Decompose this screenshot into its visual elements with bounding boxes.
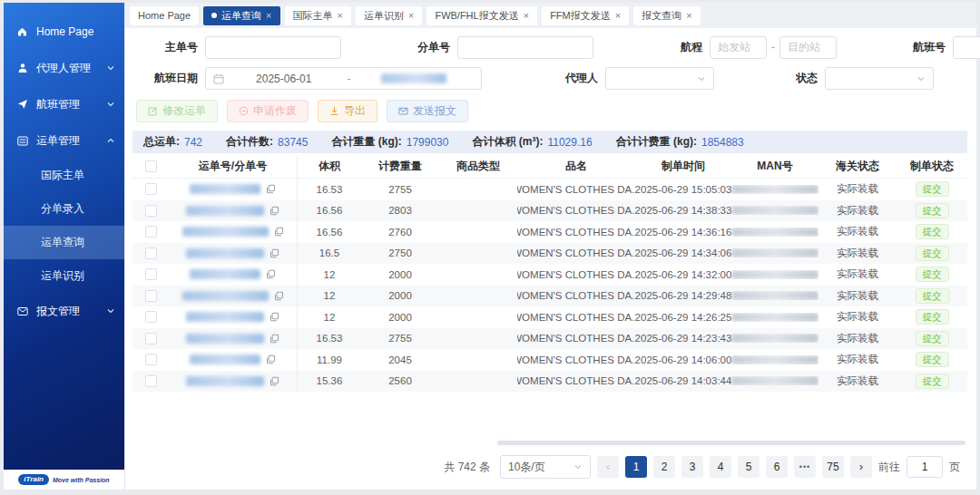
status-badge[interactable]: 提交 [916,352,949,367]
status-badge[interactable]: 提交 [916,288,949,304]
page-button-6[interactable]: 6 [766,456,788,478]
tab-2[interactable]: 国际主单× [285,6,351,25]
row-checkbox[interactable] [145,354,157,365]
man-no-cell [731,376,818,385]
route-from-input[interactable] [710,36,767,59]
create-time-cell: 2025-06-29 14:36:16 [635,227,731,238]
master-no-input[interactable] [205,36,341,59]
pagination: 共 742 条 10条/页 ‹ 123456•••75 › 前往 页 [132,451,967,490]
sidebar-item-waybill-management[interactable]: 运单管理 [4,122,124,159]
sidebar-item-label: 运单管理 [36,133,106,149]
prev-page-button[interactable]: ‹ [597,456,619,478]
row-checkbox[interactable] [145,375,157,387]
table-row[interactable]: 16.532755WOMEN'S CLOTHES DA...2025-06-29… [132,179,967,200]
select-all-checkbox[interactable] [145,160,157,172]
copy-icon[interactable] [270,206,279,216]
table-row[interactable]: 15.362560WOMEN'S CLOTHES DA...2025-06-29… [132,371,967,393]
copy-icon[interactable] [274,227,284,237]
page-size-select[interactable]: 10条/页 [500,455,591,479]
page-button-75[interactable]: 75 [822,456,844,478]
table-row[interactable]: 16.562760WOMEN'S CLOTHES DA...2025-06-29… [132,221,967,243]
row-checkbox[interactable] [145,226,157,238]
copy-icon[interactable] [274,291,284,301]
status-badge[interactable]: 提交 [916,246,949,261]
table-row[interactable]: 16.562803WOMEN'S CLOTHES DA...2025-06-29… [132,200,967,222]
summary-value: 83745 [278,136,308,149]
page-button-2[interactable]: 2 [653,456,675,478]
more-pages-button[interactable]: ••• [794,456,816,478]
copy-icon[interactable] [266,354,276,364]
page-button-4[interactable]: 4 [710,456,731,478]
route-to-input[interactable] [779,36,837,59]
status-badge[interactable]: 提交 [916,309,949,325]
tab-6[interactable]: 报文查询× [633,6,700,25]
page-button-5[interactable]: 5 [738,456,760,478]
status-badge[interactable]: 提交 [916,374,949,389]
tab-5[interactable]: FFM报文发送× [542,6,629,25]
export-button[interactable]: 导出 [318,100,377,122]
row-checkbox[interactable] [145,311,157,323]
copy-icon[interactable] [270,334,279,344]
copy-icon[interactable] [270,248,279,258]
copy-icon[interactable] [266,184,276,194]
jump-page-input[interactable] [906,456,943,478]
table-row[interactable]: 122000WOMEN'S CLOTHES DA...2025-06-29 14… [132,306,967,328]
copy-icon[interactable] [270,376,279,386]
table-row[interactable]: 16.52750WOMEN'S CLOTHES DA...2025-06-29 … [132,243,967,265]
status-select[interactable] [825,67,934,90]
horizontal-scrollbar-thumb[interactable] [497,441,965,445]
row-checkbox[interactable] [145,205,157,217]
customs-status-cell: 实际装载 [818,247,897,260]
sidebar-item-flight-management[interactable]: 航班管理 [4,86,124,122]
row-checkbox[interactable] [145,333,157,345]
house-no-input[interactable] [457,36,593,59]
tab-close-icon[interactable]: × [338,11,343,21]
sidebar-item-waybill-recognition[interactable]: 运单识别 [4,259,124,293]
flight-no-input[interactable] [953,36,980,59]
table-row[interactable]: 122000WOMEN'S CLOTHES DA...2025-06-29 14… [132,264,967,286]
copy-icon[interactable] [266,269,276,279]
tab-close-icon[interactable]: × [266,11,271,21]
row-checkbox[interactable] [145,290,157,302]
status-badge[interactable]: 提交 [916,267,949,282]
row-checkbox[interactable] [145,268,157,280]
tab-close-icon[interactable]: × [408,11,414,21]
page-button-3[interactable]: 3 [681,456,703,478]
page-button-1[interactable]: 1 [625,456,647,478]
sidebar-item-waybill-query[interactable]: 运单查询 [4,226,124,259]
tab-4[interactable]: FWB/FHL报文发送× [426,6,537,25]
tab-0[interactable]: Home Page [130,6,199,25]
summary-label: 总运单: [143,134,180,150]
send-message-button[interactable]: 发送报文 [387,100,468,122]
sidebar-item-house-entry[interactable]: 分单录入 [4,192,124,226]
agent-select[interactable] [605,67,714,90]
sidebar-item-international-master[interactable]: 国际主单 [4,159,124,192]
copy-icon[interactable] [270,312,279,322]
table-row[interactable]: 16.532755WOMEN'S CLOTHES DA...2025-06-29… [132,328,967,350]
table-row[interactable]: 11.992045WOMEN'S CLOTHES DA...2025-06-29… [132,349,967,371]
sidebar-item-home[interactable]: Home Page [4,14,124,50]
tab-1[interactable]: 运单查询× [203,6,279,25]
tab-3[interactable]: 运单识别× [356,6,422,25]
status-badge[interactable]: 提交 [916,224,949,239]
sidebar-item-message-management[interactable]: 报文管理 [4,293,124,329]
tab-label: FFM报文发送 [550,9,611,23]
table-row[interactable]: 122000WOMEN'S CLOTHES DA...2025-06-29 14… [132,286,967,307]
apply-void-button[interactable]: 申请作废 [227,100,309,122]
tab-close-icon[interactable]: × [524,11,529,21]
row-checkbox[interactable] [145,248,157,259]
product-name-cell: WOMEN'S CLOTHES DA... [517,312,635,323]
sidebar-item-agent-management[interactable]: 代理人管理 [4,50,124,86]
doc-status-cell: 提交 [897,374,967,389]
status-badge[interactable]: 提交 [916,331,949,346]
waybill-number-redacted [182,291,269,301]
row-checkbox[interactable] [145,183,157,195]
flight-date-range-input[interactable]: 2025-06-01 - [205,67,482,90]
status-badge[interactable]: 提交 [916,181,949,197]
tab-close-icon[interactable]: × [615,11,621,21]
main-area: Home Page运单查询×国际主单×运单识别×FWB/FHL报文发送×FFM报… [124,3,976,490]
tab-close-icon[interactable]: × [686,11,691,21]
modify-waybill-button[interactable]: 修改运单 [136,100,218,122]
status-badge[interactable]: 提交 [916,203,949,218]
next-page-button[interactable]: › [850,456,872,478]
